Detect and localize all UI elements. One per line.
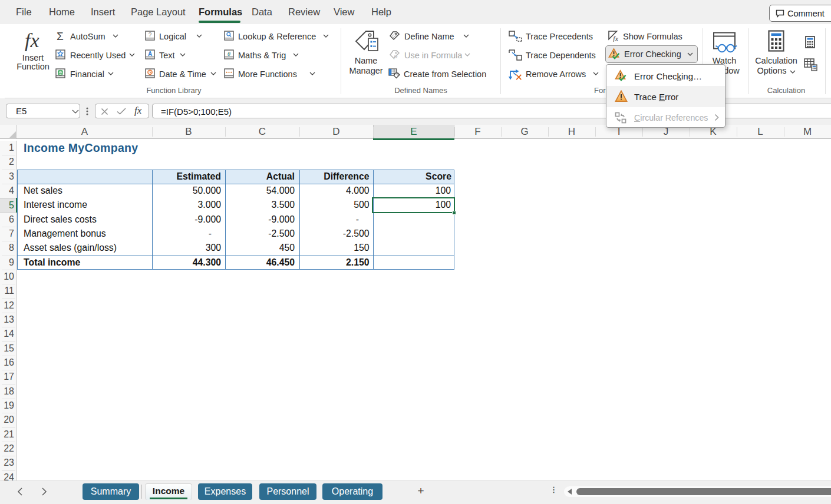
svg-text:fx: fx	[613, 35, 618, 42]
svg-text:θ: θ	[227, 51, 230, 57]
svg-text:A: A	[148, 51, 152, 57]
svg-text:?: ?	[149, 32, 152, 38]
svg-text:fx: fx	[394, 54, 398, 59]
